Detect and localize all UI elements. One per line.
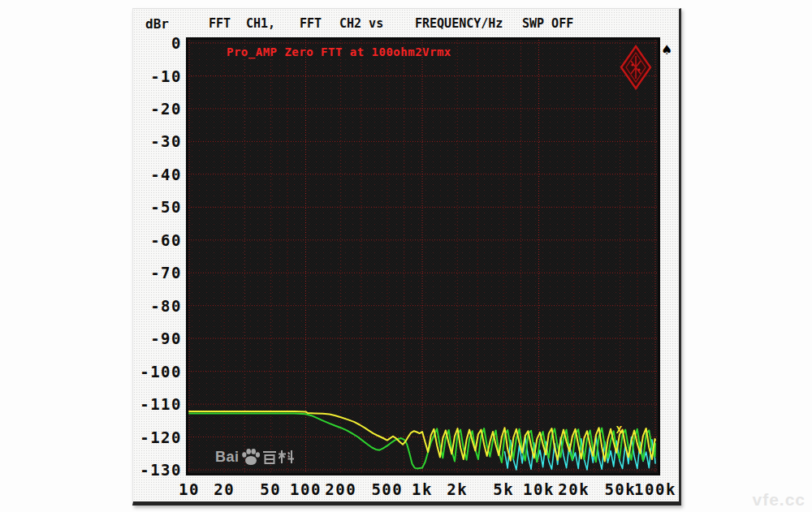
y-tick-label: -110 <box>133 395 182 413</box>
trace-title: Pro_AMP Zero FTT at 100ohm2Vrmx <box>227 45 451 58</box>
fft-trace-canvas: X <box>188 40 658 473</box>
header-item-ch2-vs: CH2 vs <box>339 16 383 31</box>
baidu-baike-watermark: Bai <box>215 446 295 467</box>
y-tick-label: -60 <box>133 231 182 249</box>
x-tick-label: 100k <box>624 480 686 499</box>
y-tick-label: -90 <box>133 329 182 347</box>
y-tick-label: -120 <box>133 428 182 446</box>
header-item-frequency: FREQUENCY/Hz <box>415 16 503 31</box>
y-tick-label: -20 <box>133 100 182 118</box>
y-tick-label: 0 <box>133 34 182 52</box>
diamond-logo-icon <box>620 45 652 90</box>
y-tick-label: -130 <box>133 461 182 479</box>
baidu-paw-icon <box>240 446 261 467</box>
baidu-baike-cjk-icon <box>262 449 295 465</box>
y-tick-label: -40 <box>133 166 182 183</box>
trace-cursor-marker[interactable]: X <box>616 424 623 436</box>
y-tick-label: -80 <box>133 297 182 315</box>
side-cursor-marker-icon[interactable]: ♠ <box>661 42 672 58</box>
plot-area: X Pro_AMP Zero FTT at 100ohm2Vrmx Bai <box>186 37 660 475</box>
y-tick-label: -10 <box>133 67 182 85</box>
header-item-ch1: CH1, <box>246 16 275 31</box>
y-tick-label: -50 <box>133 198 182 216</box>
y-tick-label: -100 <box>133 363 182 381</box>
header-item-fft1: FFT <box>209 16 231 31</box>
y-unit-label: dBr <box>145 16 169 32</box>
header-item-fft2: FFT <box>300 16 322 31</box>
header-item-swp-off: SWP OFF <box>522 16 573 31</box>
baidu-watermark-text: Bai <box>215 449 240 466</box>
site-watermark: vfe.cc <box>752 490 806 510</box>
y-tick-label: -30 <box>133 132 182 150</box>
screenshot-page: dBr FFT CH1, FFT CH2 vs FREQUENCY/Hz SWP… <box>0 0 812 512</box>
analyzer-panel: dBr FFT CH1, FFT CH2 vs FREQUENCY/Hz SWP… <box>132 8 681 506</box>
y-tick-label: -70 <box>133 264 182 282</box>
